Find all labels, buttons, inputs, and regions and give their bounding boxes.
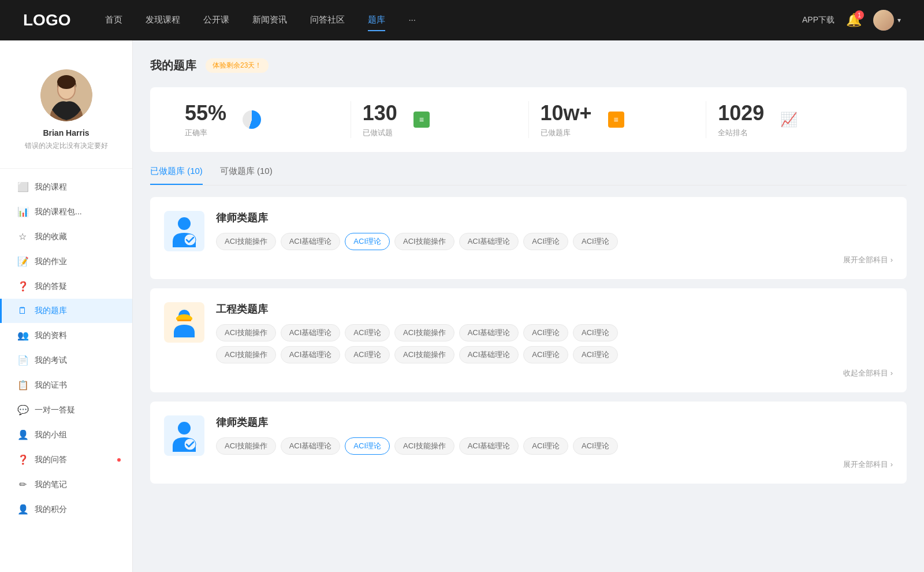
tag-1-6[interactable]: ACI理论 — [573, 233, 618, 250]
user-menu[interactable]: ▾ — [873, 10, 901, 31]
qbank-title-2: 工程类题库 — [216, 302, 893, 316]
tag-2-6[interactable]: ACI理论 — [573, 324, 618, 341]
nav-more[interactable]: ··· — [408, 10, 416, 31]
tag-2-4[interactable]: ACI基础理论 — [459, 324, 519, 341]
accuracy-label: 正确率 — [185, 128, 226, 138]
questions-icon: ❓ — [17, 454, 28, 465]
sidebar-points-label: 我的积分 — [35, 504, 67, 515]
sidebar-item-homework[interactable]: 📝 我的作业 — [0, 249, 132, 274]
user-profile: Brian Harris 错误的决定比没有决定要好 — [0, 58, 132, 169]
svg-point-5 — [178, 217, 191, 230]
tag-3-3[interactable]: ACI技能操作 — [394, 437, 454, 455]
sidebar-favorites-label: 我的收藏 — [35, 232, 67, 242]
user-avatar-large — [40, 69, 92, 121]
tags-row-1: ACI技能操作 ACI基础理论 ACI理论 ACI技能操作 ACI基础理论 AC… — [216, 233, 893, 250]
tag-3-2[interactable]: ACI理论 — [345, 437, 390, 455]
collapse-link-2[interactable]: 收起全部科目 › — [216, 368, 893, 378]
tag-2-11[interactable]: ACI基础理论 — [459, 346, 519, 363]
tag-2-1[interactable]: ACI基础理论 — [281, 324, 341, 341]
nav-news[interactable]: 新闻资讯 — [252, 10, 287, 31]
stat-ranking: 1029 全站排名 📈 — [706, 101, 884, 138]
tag-2-3[interactable]: ACI技能操作 — [394, 324, 454, 341]
logo: LOGO — [23, 11, 70, 29]
tag-2-0[interactable]: ACI技能操作 — [216, 324, 276, 341]
banks-number: 10w+ — [541, 101, 592, 125]
sidebar-questions-label: 我的问答 — [35, 455, 67, 465]
tag-1-3[interactable]: ACI技能操作 — [394, 233, 454, 250]
app-download-link[interactable]: APP下载 — [802, 15, 834, 25]
sidebar-item-points[interactable]: 👤 我的积分 — [0, 497, 132, 522]
sidebar-item-profile[interactable]: 👥 我的资料 — [0, 323, 132, 348]
notes-icon: ✏ — [17, 479, 28, 490]
nav-qa[interactable]: 问答社区 — [310, 10, 345, 31]
tag-2-9[interactable]: ACI理论 — [345, 346, 390, 363]
nav-home[interactable]: 首页 — [105, 10, 122, 31]
sidebar-item-exam[interactable]: 📄 我的考试 — [0, 348, 132, 373]
sidebar-item-courses[interactable]: ⬜ 我的课程 — [0, 174, 132, 199]
tag-2-5[interactable]: ACI理论 — [523, 324, 568, 341]
sidebar-group-label: 我的小组 — [35, 430, 67, 440]
tab-done-banks[interactable]: 已做题库 (10) — [150, 166, 203, 185]
stats-bar: 55% 正确率 130 已做试题 ≡ 10w+ 已做题库 ≡ — [150, 87, 907, 152]
points-icon: 👤 — [17, 504, 28, 515]
tags-row-3: ACI技能操作 ACI基础理论 ACI理论 ACI技能操作 ACI基础理论 AC… — [216, 437, 893, 455]
tag-3-5[interactable]: ACI理论 — [523, 437, 568, 455]
sidebar-profile-label: 我的资料 — [35, 330, 67, 341]
expand-link-3[interactable]: 展开全部科目 › — [216, 459, 893, 470]
questions-label: 已做试题 — [363, 128, 397, 138]
packages-icon: 📊 — [17, 206, 28, 217]
qbank-title-3: 律师类题库 — [216, 415, 893, 429]
stat-ranking-content: 1029 全站排名 — [718, 101, 764, 138]
sidebar-item-group[interactable]: 👤 我的小组 — [0, 422, 132, 447]
sidebar-item-qbank[interactable]: 🗒 我的题库 — [0, 299, 132, 323]
tag-2-2[interactable]: ACI理论 — [345, 324, 390, 341]
sidebar-one-label: 一对一答疑 — [35, 405, 75, 415]
qbank-card-3-header: 律师类题库 ACI技能操作 ACI基础理论 ACI理论 ACI技能操作 ACI基… — [164, 415, 893, 470]
tag-3-1[interactable]: ACI基础理论 — [281, 437, 341, 455]
sidebar-item-qa-answer[interactable]: ❓ 我的答疑 — [0, 274, 132, 299]
user-name: Brian Harris — [12, 128, 121, 138]
tabs: 已做题库 (10) 可做题库 (10) — [150, 166, 907, 185]
sidebar-item-notes[interactable]: ✏ 我的笔记 — [0, 472, 132, 497]
tags-row-2b: ACI技能操作 ACI基础理论 ACI理论 ACI技能操作 ACI基础理论 AC… — [216, 346, 893, 363]
expand-link-1[interactable]: 展开全部科目 › — [216, 255, 893, 265]
stat-banks-done: 10w+ 已做题库 ≡ — [529, 101, 707, 138]
ranking-label: 全站排名 — [718, 128, 764, 138]
tag-2-13[interactable]: ACI理论 — [573, 346, 618, 363]
banks-doc-icon: ≡ — [608, 112, 624, 128]
tag-2-12[interactable]: ACI理论 — [523, 346, 568, 363]
nav-open-course[interactable]: 公开课 — [203, 10, 229, 31]
main-layout: Brian Harris 错误的决定比没有决定要好 ⬜ 我的课程 📊 我的课程包… — [0, 0, 924, 572]
tag-1-1[interactable]: ACI基础理论 — [281, 233, 341, 250]
tag-1-5[interactable]: ACI理论 — [523, 233, 568, 250]
notification-bell[interactable]: 🔔 1 — [846, 13, 862, 28]
tab-available-banks[interactable]: 可做题库 (10) — [220, 166, 273, 185]
user-motto: 错误的决定比没有决定要好 — [12, 141, 121, 151]
header-right: APP下载 🔔 1 ▾ — [802, 10, 901, 31]
sidebar-item-certificate[interactable]: 📋 我的证书 — [0, 373, 132, 398]
sidebar-packages-label: 我的课程包... — [35, 207, 82, 217]
nav-discover[interactable]: 发现课程 — [146, 10, 180, 31]
tag-3-4[interactable]: ACI基础理论 — [459, 437, 519, 455]
sidebar-item-course-packages[interactable]: 📊 我的课程包... — [0, 199, 132, 224]
tag-2-10[interactable]: ACI技能操作 — [394, 346, 454, 363]
sidebar-item-one-on-one[interactable]: 💬 一对一答疑 — [0, 398, 132, 422]
question-notification-dot — [117, 458, 121, 462]
lawyer-icon-1 — [164, 211, 204, 251]
tag-2-8[interactable]: ACI基础理论 — [281, 346, 341, 363]
qbank-card-lawyer-1: 律师类题库 ACI技能操作 ACI基础理论 ACI理论 ACI技能操作 ACI基… — [150, 197, 907, 279]
tag-1-4[interactable]: ACI基础理论 — [459, 233, 519, 250]
chevron-down-icon: ▾ — [897, 16, 901, 24]
accuracy-pie-icon — [243, 110, 261, 129]
sidebar-item-favorites[interactable]: ☆ 我的收藏 — [0, 224, 132, 249]
nav-qbank[interactable]: 题库 — [368, 10, 385, 31]
sidebar-item-questions[interactable]: ❓ 我的问答 — [0, 447, 132, 472]
qbank-title-1: 律师类题库 — [216, 211, 893, 225]
tag-1-0[interactable]: ACI技能操作 — [216, 233, 276, 250]
tag-3-6[interactable]: ACI理论 — [573, 437, 618, 455]
sidebar-qa-label: 我的答疑 — [35, 281, 67, 292]
tag-2-7[interactable]: ACI技能操作 — [216, 346, 276, 363]
sidebar-notes-label: 我的笔记 — [35, 480, 67, 490]
tag-1-2[interactable]: ACI理论 — [345, 233, 390, 250]
tag-3-0[interactable]: ACI技能操作 — [216, 437, 276, 455]
